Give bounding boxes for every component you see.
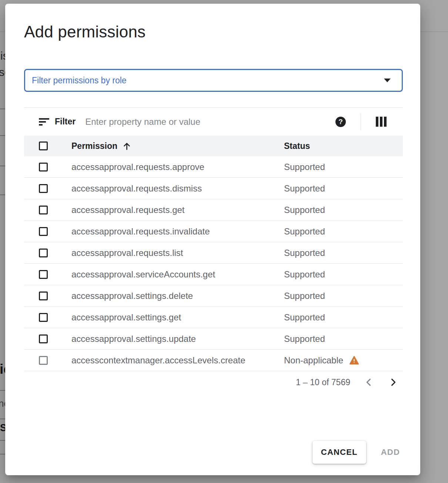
permission-cell: accessapproval.requests.dismiss <box>71 183 284 194</box>
sort-ascending-icon[interactable] <box>122 141 132 151</box>
pagination-range: 1 – 10 of 7569 <box>296 377 350 387</box>
permission-cell: accessapproval.requests.list <box>71 248 284 258</box>
table-filter-toolbar: Filter ? <box>24 107 403 136</box>
row-checkbox[interactable] <box>39 292 48 300</box>
row-checkbox[interactable] <box>39 270 48 279</box>
table-row: accessapproval.serviceAccounts.get Suppo… <box>24 264 403 285</box>
status-text: Supported <box>284 162 325 172</box>
filter-input[interactable] <box>85 117 335 127</box>
warning-icon <box>349 356 359 365</box>
status-text: Supported <box>284 291 325 301</box>
table-row: accessapproval.settings.get Supported <box>24 307 403 328</box>
permission-cell: accesscontextmanager.accessLevels.create <box>71 355 284 366</box>
status-cell: Non-applicable <box>284 355 359 366</box>
chevron-right-icon[interactable] <box>386 375 401 390</box>
dialog-actions: CANCEL ADD <box>312 441 400 464</box>
toolbar-divider <box>361 113 361 130</box>
status-text: Supported <box>284 312 325 323</box>
column-display-icon[interactable] <box>376 117 387 127</box>
row-checkbox[interactable] <box>39 313 48 322</box>
table-row: accessapproval.requests.invalidate Suppo… <box>24 221 403 242</box>
status-cell: Supported <box>284 269 325 280</box>
chevron-left-icon[interactable] <box>361 375 376 390</box>
row-checkbox[interactable] <box>39 249 48 257</box>
permission-cell: accessapproval.serviceAccounts.get <box>71 269 284 280</box>
row-checkbox[interactable] <box>39 184 48 193</box>
permission-column-label: Permission <box>71 141 117 151</box>
table-row: accessapproval.requests.list Supported <box>24 242 403 264</box>
permission-cell: accessapproval.settings.delete <box>71 291 284 301</box>
table-row: accessapproval.requests.get Supported <box>24 199 403 221</box>
status-cell: Supported <box>284 183 325 194</box>
permission-cell: accessapproval.settings.update <box>71 334 284 344</box>
status-cell: Supported <box>284 312 325 323</box>
filter-label: Filter <box>55 117 76 127</box>
status-column-header: Status <box>284 141 310 151</box>
status-cell: Supported <box>284 162 325 172</box>
status-cell: Supported <box>284 291 325 301</box>
table-body: accessapproval.requests.approve Supporte… <box>24 156 403 371</box>
help-icon[interactable]: ? <box>335 117 346 127</box>
row-checkbox[interactable] <box>39 206 48 214</box>
permissions-table: Filter ? Permission Status accessapprova… <box>24 107 403 393</box>
permission-column-header[interactable]: Permission <box>71 141 284 151</box>
table-row: accessapproval.settings.delete Supported <box>24 285 403 307</box>
dialog-title: Add permissions <box>24 22 403 41</box>
status-text: Supported <box>284 248 325 258</box>
select-all-checkbox[interactable] <box>39 141 48 150</box>
row-checkbox[interactable] <box>39 356 48 365</box>
add-button[interactable]: ADD <box>381 447 400 457</box>
table-row: accessapproval.settings.update Supported <box>24 328 403 350</box>
pagination-bar: 1 – 10 of 7569 <box>24 371 403 393</box>
status-cell: Supported <box>284 205 325 215</box>
status-cell: Supported <box>284 248 325 258</box>
status-cell: Supported <box>284 226 325 237</box>
status-text: Supported <box>284 269 325 280</box>
status-cell: Supported <box>284 334 325 344</box>
filter-icon <box>39 118 49 126</box>
status-text: Supported <box>284 226 325 237</box>
status-text: Supported <box>284 183 325 194</box>
table-row: accessapproval.requests.dismiss Supporte… <box>24 178 403 199</box>
status-text: Supported <box>284 205 325 215</box>
cancel-button[interactable]: CANCEL <box>312 441 366 464</box>
permission-cell: accessapproval.requests.get <box>71 205 284 215</box>
row-checkbox[interactable] <box>39 227 48 236</box>
table-header-row: Permission Status <box>24 136 403 156</box>
table-row: accesscontextmanager.accessLevels.create… <box>24 350 403 371</box>
status-text: Non-applicable <box>284 355 343 366</box>
status-text: Supported <box>284 334 325 344</box>
permission-cell: accessapproval.requests.approve <box>71 162 284 172</box>
table-row: accessapproval.requests.approve Supporte… <box>24 156 403 178</box>
role-filter-select[interactable]: Filter permissions by role <box>24 69 403 92</box>
add-permissions-dialog: Add permissions Filter permissions by ro… <box>5 4 420 475</box>
row-checkbox[interactable] <box>39 334 48 343</box>
permission-cell: accessapproval.requests.invalidate <box>71 226 284 237</box>
permission-cell: accessapproval.settings.get <box>71 312 284 323</box>
role-filter-label: Filter permissions by role <box>32 76 127 86</box>
chevron-down-icon <box>384 79 391 82</box>
row-checkbox[interactable] <box>39 163 48 171</box>
